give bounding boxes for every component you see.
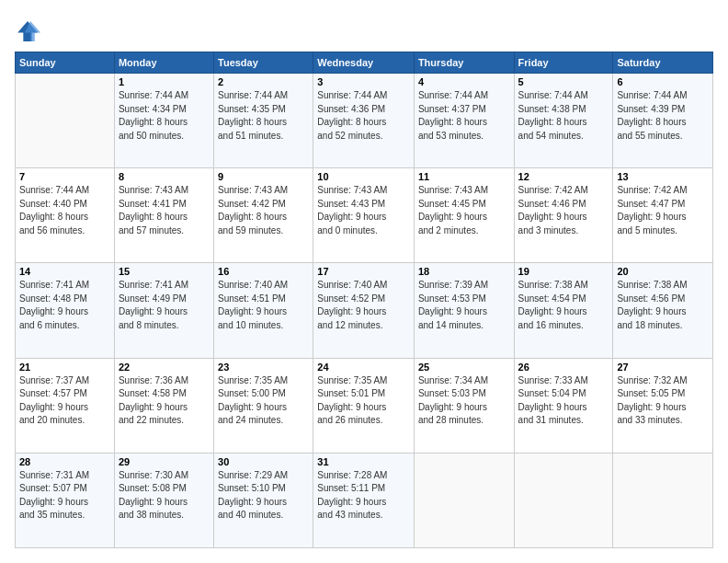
day-info: Sunrise: 7:40 AM Sunset: 4:52 PM Dayligh… bbox=[317, 279, 410, 332]
calendar-cell: 9Sunrise: 7:43 AM Sunset: 4:42 PM Daylig… bbox=[214, 168, 313, 263]
day-info: Sunrise: 7:33 AM Sunset: 5:04 PM Dayligh… bbox=[518, 374, 609, 428]
calendar-cell bbox=[16, 74, 115, 168]
day-number: 17 bbox=[317, 266, 410, 277]
day-info: Sunrise: 7:41 AM Sunset: 4:48 PM Dayligh… bbox=[19, 279, 110, 332]
logo bbox=[15, 18, 44, 44]
calendar-cell: 10Sunrise: 7:43 AM Sunset: 4:43 PM Dayli… bbox=[313, 168, 415, 263]
day-header-thursday: Thursday bbox=[414, 52, 514, 74]
day-info: Sunrise: 7:44 AM Sunset: 4:40 PM Dayligh… bbox=[19, 184, 110, 237]
day-number: 27 bbox=[617, 362, 709, 373]
day-number: 28 bbox=[19, 456, 110, 467]
calendar-week-3: 14Sunrise: 7:41 AM Sunset: 4:48 PM Dayli… bbox=[16, 263, 713, 358]
calendar-week-5: 28Sunrise: 7:31 AM Sunset: 5:07 PM Dayli… bbox=[16, 453, 713, 547]
calendar-cell: 1Sunrise: 7:44 AM Sunset: 4:34 PM Daylig… bbox=[114, 74, 213, 168]
day-header-friday: Friday bbox=[514, 52, 613, 74]
calendar-cell: 7Sunrise: 7:44 AM Sunset: 4:40 PM Daylig… bbox=[16, 168, 115, 263]
day-number: 19 bbox=[518, 266, 609, 277]
day-info: Sunrise: 7:34 AM Sunset: 5:03 PM Dayligh… bbox=[418, 374, 510, 428]
day-number: 12 bbox=[518, 171, 609, 182]
calendar-cell: 11Sunrise: 7:43 AM Sunset: 4:45 PM Dayli… bbox=[414, 168, 514, 263]
day-number: 6 bbox=[617, 76, 709, 87]
page: SundayMondayTuesdayWednesdayThursdayFrid… bbox=[0, 0, 728, 563]
day-number: 11 bbox=[418, 171, 510, 182]
day-info: Sunrise: 7:43 AM Sunset: 4:45 PM Dayligh… bbox=[418, 184, 510, 237]
day-number: 21 bbox=[19, 362, 110, 373]
calendar-cell: 31Sunrise: 7:28 AM Sunset: 5:11 PM Dayli… bbox=[313, 453, 415, 547]
day-number: 4 bbox=[418, 76, 510, 87]
calendar-table: SundayMondayTuesdayWednesdayThursdayFrid… bbox=[15, 52, 713, 548]
day-info: Sunrise: 7:38 AM Sunset: 4:54 PM Dayligh… bbox=[518, 279, 609, 332]
calendar-cell: 14Sunrise: 7:41 AM Sunset: 4:48 PM Dayli… bbox=[16, 263, 115, 358]
calendar-cell: 18Sunrise: 7:39 AM Sunset: 4:53 PM Dayli… bbox=[414, 263, 514, 358]
day-info: Sunrise: 7:29 AM Sunset: 5:10 PM Dayligh… bbox=[218, 469, 309, 523]
header bbox=[15, 15, 713, 44]
day-info: Sunrise: 7:44 AM Sunset: 4:35 PM Dayligh… bbox=[218, 89, 309, 143]
calendar-cell: 24Sunrise: 7:35 AM Sunset: 5:01 PM Dayli… bbox=[313, 358, 415, 453]
day-header-saturday: Saturday bbox=[613, 52, 713, 74]
day-info: Sunrise: 7:43 AM Sunset: 4:43 PM Dayligh… bbox=[317, 184, 410, 237]
calendar-cell: 6Sunrise: 7:44 AM Sunset: 4:39 PM Daylig… bbox=[613, 74, 713, 168]
calendar-cell: 8Sunrise: 7:43 AM Sunset: 4:41 PM Daylig… bbox=[114, 168, 213, 263]
day-number: 18 bbox=[418, 266, 510, 277]
day-info: Sunrise: 7:44 AM Sunset: 4:34 PM Dayligh… bbox=[119, 89, 210, 143]
day-number: 1 bbox=[119, 76, 210, 87]
calendar-cell: 13Sunrise: 7:42 AM Sunset: 4:47 PM Dayli… bbox=[613, 168, 713, 263]
day-info: Sunrise: 7:38 AM Sunset: 4:56 PM Dayligh… bbox=[617, 279, 709, 332]
calendar-cell: 26Sunrise: 7:33 AM Sunset: 5:04 PM Dayli… bbox=[514, 358, 613, 453]
day-header-wednesday: Wednesday bbox=[313, 52, 415, 74]
logo-icon bbox=[15, 18, 40, 44]
day-number: 5 bbox=[518, 76, 609, 87]
day-header-tuesday: Tuesday bbox=[214, 52, 313, 74]
calendar-cell bbox=[414, 453, 514, 547]
day-number: 3 bbox=[317, 76, 410, 87]
calendar-cell: 12Sunrise: 7:42 AM Sunset: 4:46 PM Dayli… bbox=[514, 168, 613, 263]
day-info: Sunrise: 7:43 AM Sunset: 4:41 PM Dayligh… bbox=[119, 184, 210, 237]
day-number: 26 bbox=[518, 362, 609, 373]
day-info: Sunrise: 7:37 AM Sunset: 4:57 PM Dayligh… bbox=[19, 374, 110, 428]
calendar-cell: 23Sunrise: 7:35 AM Sunset: 5:00 PM Dayli… bbox=[214, 358, 313, 453]
day-number: 24 bbox=[317, 362, 410, 373]
day-info: Sunrise: 7:36 AM Sunset: 4:58 PM Dayligh… bbox=[119, 374, 210, 428]
calendar-cell: 5Sunrise: 7:44 AM Sunset: 4:38 PM Daylig… bbox=[514, 74, 613, 168]
day-info: Sunrise: 7:35 AM Sunset: 5:00 PM Dayligh… bbox=[218, 374, 309, 428]
calendar-cell: 4Sunrise: 7:44 AM Sunset: 4:37 PM Daylig… bbox=[414, 74, 514, 168]
day-number: 14 bbox=[19, 266, 110, 277]
day-info: Sunrise: 7:31 AM Sunset: 5:07 PM Dayligh… bbox=[19, 469, 110, 523]
calendar-cell: 30Sunrise: 7:29 AM Sunset: 5:10 PM Dayli… bbox=[214, 453, 313, 547]
calendar-header-row: SundayMondayTuesdayWednesdayThursdayFrid… bbox=[16, 52, 713, 74]
day-number: 15 bbox=[119, 266, 210, 277]
day-number: 23 bbox=[218, 362, 309, 373]
day-number: 2 bbox=[218, 76, 309, 87]
calendar-cell: 29Sunrise: 7:30 AM Sunset: 5:08 PM Dayli… bbox=[114, 453, 213, 547]
day-number: 16 bbox=[218, 266, 309, 277]
calendar-cell: 20Sunrise: 7:38 AM Sunset: 4:56 PM Dayli… bbox=[613, 263, 713, 358]
calendar-cell: 25Sunrise: 7:34 AM Sunset: 5:03 PM Dayli… bbox=[414, 358, 514, 453]
day-info: Sunrise: 7:30 AM Sunset: 5:08 PM Dayligh… bbox=[119, 469, 210, 523]
day-number: 25 bbox=[418, 362, 510, 373]
calendar-cell: 19Sunrise: 7:38 AM Sunset: 4:54 PM Dayli… bbox=[514, 263, 613, 358]
calendar-cell bbox=[514, 453, 613, 547]
day-info: Sunrise: 7:44 AM Sunset: 4:38 PM Dayligh… bbox=[518, 89, 609, 143]
calendar-cell: 17Sunrise: 7:40 AM Sunset: 4:52 PM Dayli… bbox=[313, 263, 415, 358]
calendar-cell: 16Sunrise: 7:40 AM Sunset: 4:51 PM Dayli… bbox=[214, 263, 313, 358]
day-info: Sunrise: 7:35 AM Sunset: 5:01 PM Dayligh… bbox=[317, 374, 410, 428]
calendar-cell: 22Sunrise: 7:36 AM Sunset: 4:58 PM Dayli… bbox=[114, 358, 213, 453]
day-number: 8 bbox=[119, 171, 210, 182]
day-info: Sunrise: 7:43 AM Sunset: 4:42 PM Dayligh… bbox=[218, 184, 309, 237]
day-info: Sunrise: 7:39 AM Sunset: 4:53 PM Dayligh… bbox=[418, 279, 510, 332]
day-number: 20 bbox=[617, 266, 709, 277]
calendar-cell: 2Sunrise: 7:44 AM Sunset: 4:35 PM Daylig… bbox=[214, 74, 313, 168]
calendar-cell: 28Sunrise: 7:31 AM Sunset: 5:07 PM Dayli… bbox=[16, 453, 115, 547]
day-number: 13 bbox=[617, 171, 709, 182]
day-number: 29 bbox=[119, 456, 210, 467]
calendar-cell: 3Sunrise: 7:44 AM Sunset: 4:36 PM Daylig… bbox=[313, 74, 415, 168]
calendar-cell bbox=[613, 453, 713, 547]
day-header-monday: Monday bbox=[114, 52, 213, 74]
day-info: Sunrise: 7:42 AM Sunset: 4:47 PM Dayligh… bbox=[617, 184, 709, 237]
calendar-week-4: 21Sunrise: 7:37 AM Sunset: 4:57 PM Dayli… bbox=[16, 358, 713, 453]
day-number: 22 bbox=[119, 362, 210, 373]
day-info: Sunrise: 7:40 AM Sunset: 4:51 PM Dayligh… bbox=[218, 279, 309, 332]
day-info: Sunrise: 7:32 AM Sunset: 5:05 PM Dayligh… bbox=[617, 374, 709, 428]
day-number: 30 bbox=[218, 456, 309, 467]
day-info: Sunrise: 7:42 AM Sunset: 4:46 PM Dayligh… bbox=[518, 184, 609, 237]
